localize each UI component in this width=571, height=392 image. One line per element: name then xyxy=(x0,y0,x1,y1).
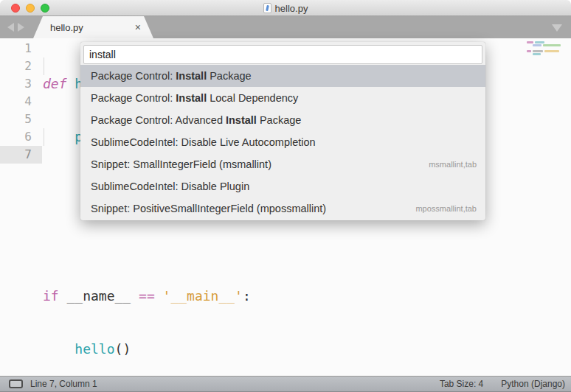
palette-item-hint: msmallint,tab xyxy=(429,160,477,169)
punctuation: : xyxy=(243,288,251,304)
line-number: 2 xyxy=(0,57,42,75)
minimap-line xyxy=(543,44,561,46)
status-bar: Line 7, Column 1 Tab Size: 4 Python (Dja… xyxy=(0,376,571,392)
minimap-line xyxy=(533,50,543,52)
line-number: 1 xyxy=(0,40,42,57)
tab-bar: hello.py × xyxy=(0,16,571,38)
document-icon-glyph xyxy=(266,5,269,11)
string-literal: '__main__' xyxy=(163,288,243,304)
code-line-4 xyxy=(43,234,251,252)
palette-item-disable-plugin[interactable]: SublimeCodeIntel: Disable Plugin xyxy=(80,175,485,197)
window-title-group: hello.py xyxy=(0,0,571,16)
minimap-line xyxy=(535,41,544,43)
call-hello: hello xyxy=(75,341,114,357)
tab-close-icon[interactable]: × xyxy=(135,22,153,32)
minimap[interactable] xyxy=(525,40,568,60)
palette-item-install-local-dependency[interactable]: Package Control: Install Local Dependenc… xyxy=(80,87,485,109)
code-line-6: hello() xyxy=(43,340,251,358)
minimap-line xyxy=(527,41,533,43)
tab-size-status[interactable]: Tab Size: 4 xyxy=(440,379,483,389)
keyword-if: if xyxy=(43,288,67,304)
operator: == xyxy=(139,288,163,304)
palette-search-input[interactable] xyxy=(83,45,482,64)
cursor-position-status: Line 7, Column 1 xyxy=(30,379,97,389)
syntax-status[interactable]: Python (Django) xyxy=(501,379,565,389)
line-number-gutter: 1 2 3 4 5 6 7 xyxy=(0,40,42,164)
indent xyxy=(43,129,75,144)
palette-results-list: Package Control: Install Package Package… xyxy=(80,65,485,220)
line-number: 5 xyxy=(0,111,42,128)
palette-item-advanced-install-package[interactable]: Package Control: Advanced Install Packag… xyxy=(80,109,485,131)
palette-item-install-package[interactable]: Package Control: Install Package xyxy=(80,65,485,87)
indent-guide xyxy=(44,128,44,146)
tab-overflow-menu-icon[interactable] xyxy=(552,24,562,32)
dunder-name: __name__ xyxy=(67,288,139,304)
palette-item-hint: mpossmallint,tab xyxy=(415,204,477,213)
tab-hello-py[interactable]: hello.py × xyxy=(33,16,153,38)
palette-item-disable-live-autocompletion[interactable]: SublimeCodeIntel: Disable Live Autocompl… xyxy=(80,131,485,153)
line-number-current: 7 xyxy=(0,146,42,164)
palette-item-snippet-positivesmallintegerfield[interactable]: Snippet: PositiveSmallIntegerField (mpos… xyxy=(80,197,485,220)
keyword-def: def xyxy=(43,76,75,91)
palette-item-snippet-smallintegerfield[interactable]: Snippet: SmallIntegerField (msmallint)ms… xyxy=(80,153,485,175)
line-number: 4 xyxy=(0,93,42,111)
next-file-arrow-icon[interactable] xyxy=(18,23,24,32)
line-number: 6 xyxy=(0,128,42,146)
minimap-line xyxy=(527,50,531,52)
punctuation: () xyxy=(115,341,131,357)
tab-label: hello.py xyxy=(33,22,83,33)
prev-file-arrow-icon[interactable] xyxy=(7,23,14,32)
indent xyxy=(43,341,75,357)
minimap-line xyxy=(533,44,541,46)
line-number: 3 xyxy=(0,75,42,93)
document-icon xyxy=(263,3,271,13)
window-title: hello.py xyxy=(275,3,308,14)
code-line-5: if __name__ == '__main__': xyxy=(43,287,251,305)
minimap-line xyxy=(544,50,559,52)
indent-guide xyxy=(44,57,44,75)
titlebar[interactable]: hello.py xyxy=(0,0,571,16)
command-palette: Package Control: Install Package Package… xyxy=(80,42,485,220)
app-window: hello.py hello.py × 1 2 3 4 5 6 7 def he… xyxy=(0,0,571,392)
status-panel-icon[interactable] xyxy=(9,379,23,388)
minimap-line xyxy=(533,53,541,55)
